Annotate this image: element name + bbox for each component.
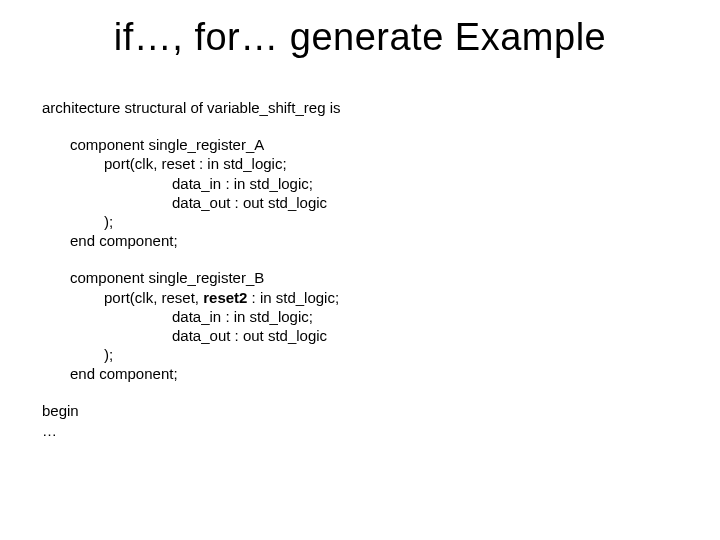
code-line: data_in : in std_logic; (172, 307, 678, 326)
code-line: data_in : in std_logic; (172, 174, 678, 193)
code-line: end component; (70, 364, 678, 383)
code-line: architecture structural of variable_shif… (42, 98, 678, 117)
code-line: ); (104, 212, 678, 231)
code-line: component single_register_A (70, 135, 678, 154)
code-line: data_out : out std_logic (172, 326, 678, 345)
code-line: component single_register_B (70, 268, 678, 287)
code-line: end component; (70, 231, 678, 250)
code-line: ); (104, 345, 678, 364)
code-line: data_out : out std_logic (172, 193, 678, 212)
code-line: begin (42, 401, 678, 420)
begin-block: begin … (42, 401, 678, 439)
code-line: port(clk, reset, reset2 : in std_logic; (104, 288, 678, 307)
text-span: port(clk, reset, (104, 289, 203, 306)
text-span: : in std_logic; (247, 289, 339, 306)
code-line: … (42, 421, 678, 440)
architecture-line: architecture structural of variable_shif… (42, 98, 678, 117)
slide-title: if…, for… generate Example (0, 16, 720, 59)
code-line: port(clk, reset : in std_logic; (104, 154, 678, 173)
component-a: component single_register_A port(clk, re… (42, 135, 678, 250)
component-b: component single_register_B port(clk, re… (42, 268, 678, 383)
slide-body: architecture structural of variable_shif… (42, 98, 678, 458)
bold-text: reset2 (203, 289, 247, 306)
slide: if…, for… generate Example architecture … (0, 0, 720, 540)
